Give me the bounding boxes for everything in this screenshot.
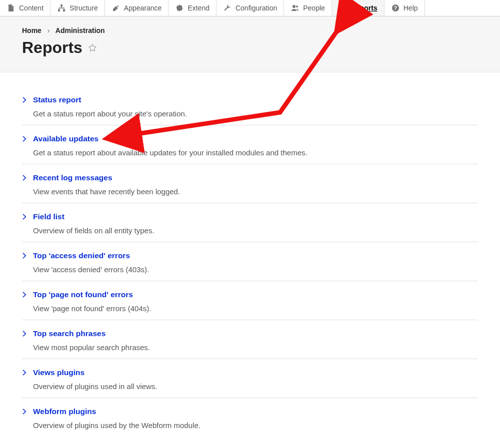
- report-desc: View most popular search phrases.: [33, 343, 478, 352]
- chevron-right-icon: [22, 369, 29, 376]
- people-icon: [290, 3, 300, 12]
- breadcrumb-admin[interactable]: Administration: [56, 26, 105, 34]
- toolbar-people[interactable]: People: [284, 0, 332, 16]
- svg-rect-2: [63, 9, 65, 11]
- toolbar-content[interactable]: Content: [0, 0, 50, 16]
- report-link[interactable]: Views plugins: [33, 368, 84, 377]
- report-desc: Overview of plugins used in all views.: [33, 382, 478, 391]
- report-link[interactable]: Top 'access denied' errors: [33, 251, 130, 260]
- report-link[interactable]: Top search phrases: [33, 329, 106, 338]
- report-link[interactable]: Status report: [33, 95, 81, 104]
- hierarchy-icon: [57, 3, 66, 12]
- report-field-list: Field list Overview of fields on all ent…: [22, 203, 478, 242]
- report-desc: View 'access denied' errors (403s).: [33, 265, 478, 274]
- report-link[interactable]: Available updates: [33, 134, 98, 143]
- toolbar-configuration[interactable]: Configuration: [216, 0, 284, 16]
- breadcrumb: Home › Administration: [22, 26, 478, 34]
- report-page-not-found: Top 'page not found' errors View 'page n…: [22, 281, 478, 320]
- svg-rect-6: [342, 6, 344, 11]
- wrench-icon: [223, 3, 232, 12]
- report-top-search: Top search phrases View most popular sea…: [22, 320, 478, 359]
- page-header: Home › Administration Reports: [0, 16, 500, 72]
- toolbar-extend[interactable]: Extend: [168, 0, 216, 16]
- puzzle-icon: [175, 3, 184, 12]
- toolbar-structure[interactable]: Structure: [50, 0, 105, 16]
- svg-rect-7: [345, 4, 346, 11]
- report-webform-plugins: Webform plugins Overview of plugins used…: [22, 398, 478, 437]
- chevron-right-icon: [22, 213, 29, 220]
- toolbar-reports[interactable]: Reports: [332, 0, 384, 16]
- chevron-right-icon: [22, 135, 29, 142]
- svg-point-3: [292, 5, 296, 8]
- toolbar-label: Extend: [188, 4, 210, 12]
- report-desc: Overview of fields on all entity types.: [33, 226, 478, 235]
- report-desc: Overview of plugins used by the Webform …: [33, 421, 478, 430]
- svg-text:?: ?: [394, 5, 397, 11]
- report-desc: View events that have recently been logg…: [33, 187, 478, 196]
- svg-rect-0: [60, 4, 62, 6]
- chevron-right-icon: [22, 330, 29, 337]
- toolbar-label: People: [303, 4, 325, 12]
- favorite-star-button[interactable]: [88, 43, 98, 53]
- bar-chart-icon: [338, 3, 348, 12]
- file-icon: [6, 3, 16, 12]
- toolbar-appearance[interactable]: Appearance: [105, 0, 169, 16]
- reports-list: Status report Get a status report about …: [0, 72, 500, 448]
- svg-point-4: [296, 5, 298, 7]
- report-views-plugins: Views plugins Overview of plugins used i…: [22, 359, 478, 398]
- admin-toolbar: Content Structure Appearance Extend Conf…: [0, 0, 500, 16]
- report-desc: View 'page not found' errors (404s).: [33, 304, 478, 313]
- breadcrumb-home[interactable]: Home: [22, 26, 42, 34]
- chevron-right-icon: [22, 174, 29, 181]
- toolbar-label: Content: [19, 4, 44, 12]
- report-desc: Get a status report about available upda…: [33, 148, 478, 157]
- chevron-right-icon: [22, 96, 29, 103]
- page-title: Reports: [22, 38, 82, 57]
- toolbar-label: Configuration: [236, 4, 277, 12]
- report-link[interactable]: Webform plugins: [33, 407, 96, 416]
- report-available-updates: Available updates Get a status report ab…: [22, 125, 478, 164]
- report-link[interactable]: Recent log messages: [33, 173, 112, 182]
- help-icon: ?: [391, 3, 400, 12]
- chevron-right-icon: [22, 291, 29, 298]
- toolbar-label: Help: [404, 4, 418, 12]
- report-link[interactable]: Top 'page not found' errors: [33, 290, 133, 299]
- paint-icon: [112, 3, 120, 12]
- report-link[interactable]: Field list: [33, 212, 64, 221]
- toolbar-help[interactable]: ? Help: [384, 0, 425, 16]
- report-status: Status report Get a status report about …: [22, 86, 478, 125]
- toolbar-label: Structure: [70, 4, 98, 12]
- chevron-right-icon: [22, 408, 29, 415]
- toolbar-label: Reports: [351, 4, 378, 12]
- report-recent-log: Recent log messages View events that hav…: [22, 164, 478, 203]
- toolbar-label: Appearance: [124, 4, 162, 12]
- svg-rect-1: [58, 9, 60, 11]
- report-desc: Get a status report about your site's op…: [33, 109, 478, 118]
- chevron-right-icon: [22, 252, 29, 259]
- chevron-right-icon: ›: [48, 26, 50, 34]
- report-access-denied: Top 'access denied' errors View 'access …: [22, 242, 478, 281]
- svg-rect-5: [340, 8, 342, 11]
